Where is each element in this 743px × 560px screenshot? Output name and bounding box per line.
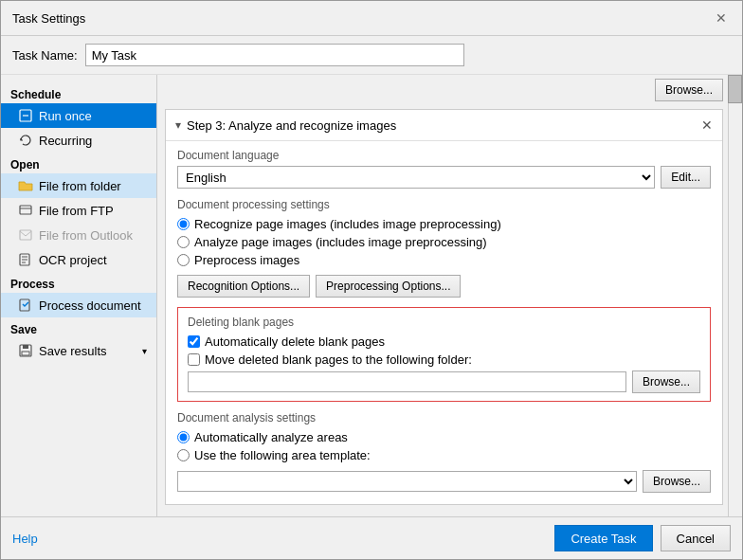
recurring-label: Recurring [39,134,92,148]
preprocess-label: Preprocess images [194,253,299,267]
main-content: Schedule Run once Recurring [1,75,742,516]
ocr-project-label: OCR project [39,253,107,267]
sidebar-item-save-results[interactable]: Save results ▾ [1,338,156,363]
svg-rect-2 [20,206,31,214]
doc-processing-label: Document processing settings [177,198,711,211]
save-results-label: Save results [39,344,107,358]
step-header: ▾ Step 3: Analyze and recognize images ✕ [166,110,722,141]
dialog-title: Task Settings [12,11,85,26]
language-select[interactable]: English [177,166,655,189]
create-task-button[interactable]: Create Task [554,525,652,551]
delete-blank-pages-box: Deleting blank pages Automatically delet… [177,307,711,402]
delete-pages-label: Deleting blank pages [188,316,700,329]
scroll-area[interactable]: Browse... ▾ Step 3: Analyze and recogniz… [157,75,742,516]
svg-rect-12 [22,352,29,355]
open-section-label: Open [1,153,156,173]
auto-delete-checkbox[interactable] [188,335,200,348]
recurring-icon [18,133,33,148]
use-template-radio[interactable] [177,449,190,461]
step-panel: ▾ Step 3: Analyze and recognize images ✕… [165,109,723,505]
use-template-radio-item[interactable]: Use the following area template: [177,448,711,462]
auto-analyze-label: Automatically analyze areas [194,430,348,444]
footer-buttons: Create Task Cancel [554,525,731,551]
right-panel: Browse... ▾ Step 3: Analyze and recogniz… [157,75,742,516]
analyze-radio[interactable] [177,236,190,248]
delete-browse-button[interactable]: Browse... [632,370,700,393]
top-browse-row: Browse... [157,75,742,105]
recognize-label: Recognize page images (includes image pr… [194,217,501,231]
step-body: Document language English Edit... Docume… [166,141,722,504]
ftp-icon [18,203,33,218]
file-from-outlook-label: File from Outlook [39,228,133,243]
run-once-icon [18,108,33,123]
task-settings-dialog: Task Settings ✕ Task Name: Schedule Run … [0,0,743,560]
file-from-folder-label: File from folder [39,179,121,193]
move-deleted-checkbox-item[interactable]: Move deleted blank pages to the followin… [188,352,700,367]
process-document-label: Process document [39,298,141,313]
auto-analyze-radio[interactable] [177,431,190,443]
preprocess-radio[interactable] [177,254,190,266]
preprocessing-options-button[interactable]: Preprocessing Options... [316,275,461,298]
analyze-label: Analyze page images (includes image prep… [194,235,487,249]
recognition-options-button[interactable]: Recognition Options... [177,275,310,298]
sidebar-item-recurring[interactable]: Recurring [1,128,156,153]
sidebar-item-file-from-ftp[interactable]: File from FTP [1,198,156,223]
recognize-radio-item[interactable]: Recognize page images (includes image pr… [177,217,711,231]
folder-icon [18,178,33,193]
save-icon [18,343,33,358]
preprocess-radio-item[interactable]: Preprocess images [177,253,711,267]
delete-path-input[interactable] [188,371,626,392]
svg-rect-11 [23,345,28,349]
save-section-label: Save [1,317,156,338]
svg-rect-9 [20,299,29,311]
use-template-label: Use the following area template: [194,448,371,462]
auto-analyze-radio-item[interactable]: Automatically analyze areas [177,430,711,444]
auto-delete-label: Automatically delete blank pages [205,334,385,349]
task-name-label: Task Name: [12,48,78,63]
move-deleted-label: Move deleted blank pages to the followin… [205,352,472,367]
sidebar: Schedule Run once Recurring [1,75,157,516]
cancel-button[interactable]: Cancel [661,525,731,551]
sidebar-item-run-once[interactable]: Run once [1,103,156,128]
analyze-radio-item[interactable]: Analyze page images (includes image prep… [177,235,711,249]
delete-browse-row: Browse... [188,370,700,393]
analysis-template-select[interactable] [177,471,637,492]
sidebar-item-ocr-project[interactable]: OCR project [1,247,156,272]
collapse-icon[interactable]: ▾ [175,118,181,132]
run-once-label: Run once [39,109,92,123]
outlook-icon [18,227,33,243]
analysis-radio-group: Automatically analyze areas Use the foll… [177,430,711,462]
process-icon [18,298,33,313]
step-title: Step 3: Analyze and recognize images [187,118,396,133]
process-section-label: Process [1,272,156,293]
doc-processing-radio-group: Recognize page images (includes image pr… [177,217,711,267]
doc-analysis-label: Document analysis settings [177,411,711,425]
sidebar-item-process-document[interactable]: Process document [1,293,156,317]
analysis-browse-button[interactable]: Browse... [643,470,711,493]
ocr-icon [18,252,33,267]
task-name-row: Task Name: [1,36,742,75]
scrollbar-track[interactable] [728,75,742,516]
doc-language-label: Document language [177,149,711,162]
sidebar-item-file-from-folder[interactable]: File from folder [1,173,156,198]
sidebar-item-file-from-outlook: File from Outlook [1,223,156,247]
title-bar: Task Settings ✕ [1,1,742,36]
top-browse-button[interactable]: Browse... [655,79,723,101]
processing-button-row: Recognition Options... Preprocessing Opt… [177,275,711,298]
file-from-ftp-label: File from FTP [39,204,114,218]
analysis-select-row: Browse... [177,470,711,493]
schedule-section-label: Schedule [1,82,156,103]
save-results-chevron: ▾ [142,346,147,356]
dialog-footer: Help Create Task Cancel [1,516,742,559]
edit-language-button[interactable]: Edit... [661,166,711,189]
step-close-icon[interactable]: ✕ [701,117,713,133]
move-deleted-checkbox[interactable] [188,353,200,366]
scrollbar-thumb[interactable] [728,75,742,103]
task-name-input[interactable] [85,44,464,66]
dialog-close-button[interactable]: ✕ [712,9,731,27]
auto-delete-checkbox-item[interactable]: Automatically delete blank pages [188,334,700,349]
language-select-row: English Edit... [177,166,711,189]
help-link[interactable]: Help [12,532,38,546]
recognize-radio[interactable] [177,218,190,230]
svg-rect-4 [20,230,31,240]
